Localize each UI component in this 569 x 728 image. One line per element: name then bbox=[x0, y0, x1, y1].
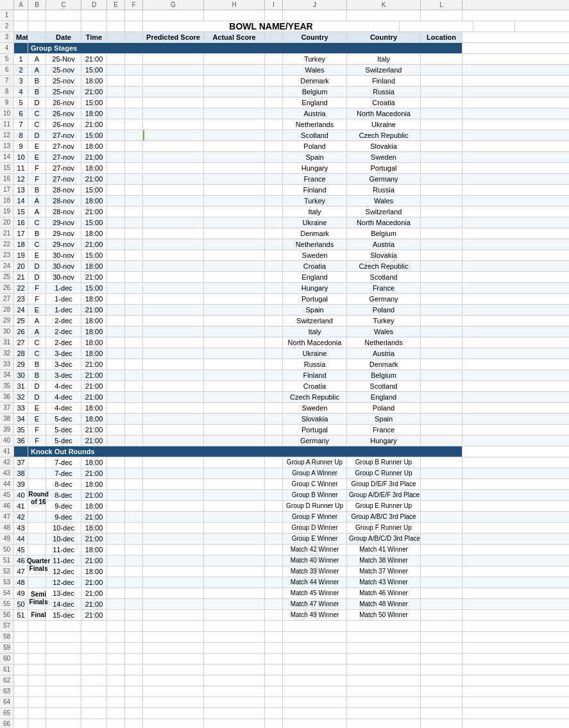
match-actual-34[interactable] bbox=[204, 414, 265, 424]
match-loc-12[interactable] bbox=[421, 174, 463, 184]
scroll-area[interactable]: 1 2 bbox=[0, 10, 569, 728]
match-predicted-25[interactable] bbox=[143, 316, 204, 326]
ko-actual-46[interactable] bbox=[204, 555, 265, 566]
match-actual-9[interactable] bbox=[204, 141, 265, 151]
match-predicted-16[interactable] bbox=[143, 217, 204, 228]
ko-actual-40[interactable] bbox=[204, 490, 265, 500]
match-predicted-33[interactable] bbox=[143, 403, 204, 413]
match-loc-23[interactable] bbox=[421, 294, 463, 304]
match-loc-20[interactable] bbox=[421, 261, 463, 271]
ko-actual-51[interactable] bbox=[204, 610, 265, 620]
match-loc-15[interactable] bbox=[421, 207, 463, 217]
match-predicted-29[interactable] bbox=[143, 359, 204, 369]
match-loc-25[interactable] bbox=[421, 316, 463, 326]
ko-actual-39[interactable] bbox=[204, 479, 265, 489]
ko-loc-42[interactable] bbox=[421, 512, 463, 522]
match-loc-28[interactable] bbox=[421, 348, 463, 359]
match-predicted-17[interactable] bbox=[143, 228, 204, 239]
ko-actual-47[interactable] bbox=[204, 566, 265, 577]
match-actual-4[interactable] bbox=[204, 87, 265, 97]
match-predicted-12[interactable] bbox=[143, 174, 204, 184]
match-loc-17[interactable] bbox=[421, 228, 463, 239]
match-loc-7[interactable] bbox=[421, 119, 463, 130]
ko-predicted-47[interactable] bbox=[143, 566, 204, 577]
ko-actual-44[interactable] bbox=[204, 534, 265, 544]
match-predicted-9[interactable] bbox=[143, 141, 204, 151]
match-loc-11[interactable] bbox=[421, 163, 463, 173]
ko-loc-44[interactable] bbox=[421, 534, 463, 544]
match-actual-29[interactable] bbox=[204, 359, 265, 369]
match-predicted-21[interactable] bbox=[143, 272, 204, 282]
match-predicted-35[interactable] bbox=[143, 425, 204, 435]
match-predicted-4[interactable] bbox=[143, 87, 204, 97]
ko-loc-51[interactable] bbox=[421, 610, 463, 620]
match-loc-21[interactable] bbox=[421, 272, 463, 282]
match-loc-27[interactable] bbox=[421, 337, 463, 348]
match-loc-9[interactable] bbox=[421, 141, 463, 151]
ko-loc-41[interactable] bbox=[421, 501, 463, 511]
match-actual-23[interactable] bbox=[204, 294, 265, 304]
match-actual-24[interactable] bbox=[204, 305, 265, 315]
ko-predicted-37[interactable] bbox=[143, 457, 204, 468]
match-predicted-34[interactable] bbox=[143, 414, 204, 424]
match-actual-1[interactable] bbox=[204, 54, 265, 64]
match-actual-27[interactable] bbox=[204, 337, 265, 348]
match-predicted-24[interactable] bbox=[143, 305, 204, 315]
ko-loc-45[interactable] bbox=[421, 545, 463, 555]
match-actual-8[interactable] bbox=[204, 130, 265, 140]
ko-actual-41[interactable] bbox=[204, 501, 265, 511]
match-predicted-31[interactable] bbox=[143, 381, 204, 391]
ko-actual-45[interactable] bbox=[204, 545, 265, 555]
match-predicted-11[interactable] bbox=[143, 163, 204, 173]
match-predicted-19[interactable] bbox=[143, 250, 204, 260]
match-predicted-14[interactable] bbox=[143, 196, 204, 206]
ko-actual-49[interactable] bbox=[204, 588, 265, 598]
ko-predicted-50[interactable] bbox=[143, 599, 204, 609]
match-predicted-30[interactable] bbox=[143, 370, 204, 380]
ko-actual-50[interactable] bbox=[204, 599, 265, 609]
match-actual-7[interactable] bbox=[204, 119, 265, 130]
match-actual-14[interactable] bbox=[204, 196, 265, 206]
match-predicted-2[interactable] bbox=[143, 65, 204, 75]
ko-loc-50[interactable] bbox=[421, 599, 463, 609]
match-loc-13[interactable] bbox=[421, 185, 463, 195]
match-loc-29[interactable] bbox=[421, 359, 463, 369]
match-predicted-1[interactable] bbox=[143, 54, 204, 64]
match-actual-31[interactable] bbox=[204, 381, 265, 391]
ko-predicted-40[interactable] bbox=[143, 490, 204, 500]
ko-loc-40[interactable] bbox=[421, 490, 463, 500]
ko-actual-37[interactable] bbox=[204, 457, 265, 468]
match-actual-2[interactable] bbox=[204, 65, 265, 75]
ko-loc-39[interactable] bbox=[421, 479, 463, 489]
match-predicted-7[interactable] bbox=[143, 119, 204, 130]
match-predicted-10[interactable] bbox=[143, 152, 204, 162]
match-loc-10[interactable] bbox=[421, 152, 463, 162]
match-actual-15[interactable] bbox=[204, 207, 265, 217]
match-predicted-28[interactable] bbox=[143, 348, 204, 359]
match-actual-18[interactable] bbox=[204, 239, 265, 250]
match-actual-3[interactable] bbox=[204, 76, 265, 86]
ko-actual-42[interactable] bbox=[204, 512, 265, 522]
match-actual-25[interactable] bbox=[204, 316, 265, 326]
match-actual-5[interactable] bbox=[204, 97, 265, 108]
match-actual-28[interactable] bbox=[204, 348, 265, 359]
ko-predicted-41[interactable] bbox=[143, 501, 204, 511]
match-predicted-22[interactable] bbox=[143, 283, 204, 293]
match-actual-35[interactable] bbox=[204, 425, 265, 435]
ko-predicted-38[interactable] bbox=[143, 468, 204, 478]
match-predicted-13[interactable] bbox=[143, 185, 204, 195]
match-loc-6[interactable] bbox=[421, 108, 463, 119]
match-actual-11[interactable] bbox=[204, 163, 265, 173]
ko-predicted-44[interactable] bbox=[143, 534, 204, 544]
match-loc-3[interactable] bbox=[421, 76, 463, 86]
ko-loc-37[interactable] bbox=[421, 457, 463, 468]
match-loc-16[interactable] bbox=[421, 217, 463, 228]
ko-actual-48[interactable] bbox=[204, 577, 265, 588]
match-loc-19[interactable] bbox=[421, 250, 463, 260]
match-actual-22[interactable] bbox=[204, 283, 265, 293]
ko-predicted-42[interactable] bbox=[143, 512, 204, 522]
ko-loc-48[interactable] bbox=[421, 577, 463, 588]
match-actual-17[interactable] bbox=[204, 228, 265, 239]
ko-predicted-48[interactable] bbox=[143, 577, 204, 588]
ko-actual-38[interactable] bbox=[204, 468, 265, 478]
